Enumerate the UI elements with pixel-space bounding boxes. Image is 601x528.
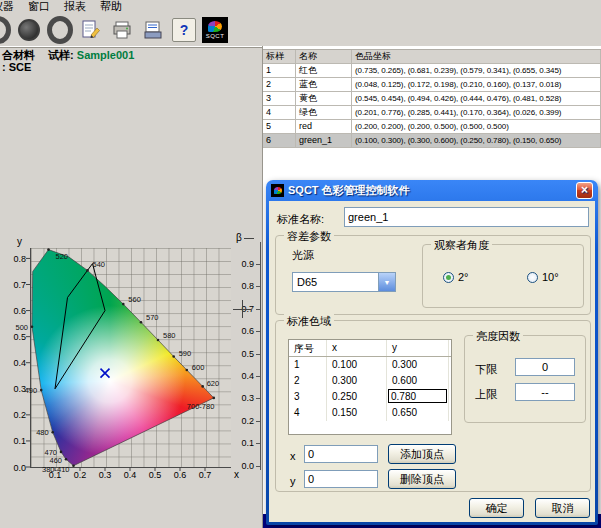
standard-id: 1 <box>263 64 296 77</box>
radio-unselected-icon <box>527 272 538 283</box>
gamut-header-index: 序号 <box>289 340 327 356</box>
standards-row[interactable]: 1红色(0.735, 0.265), (0.681, 0.239), (0.57… <box>263 64 601 78</box>
luminance-group-label: 亮度因数 <box>473 329 523 344</box>
beta-tick-label: 0.8 <box>230 281 254 291</box>
gamut-row[interactable]: 30.250 <box>289 389 451 405</box>
vertex-index[interactable]: 2 <box>289 373 327 389</box>
standard-id: 3 <box>263 92 296 105</box>
y-axis-title: y <box>17 236 22 247</box>
standard-name: 绿色 <box>296 106 352 119</box>
standard-id: 2 <box>263 78 296 91</box>
upper-limit-label: 上限 <box>475 387 497 402</box>
ok-button[interactable]: 确定 <box>469 498 524 518</box>
vertex-y[interactable]: 0.300 <box>387 357 449 373</box>
x-tick-label: 0.4 <box>124 470 137 480</box>
gamut-header-x: x <box>327 340 387 356</box>
dialog-titlebar[interactable]: SQCT 色彩管理控制软件 × <box>269 180 595 201</box>
gamut-row[interactable]: 10.1000.300 <box>289 357 451 373</box>
menu-window[interactable]: 窗口 <box>21 0 57 13</box>
chevron-down-icon[interactable]: ▼ <box>378 273 395 291</box>
delete-vertex-button[interactable]: 删除顶点 <box>388 469 456 489</box>
beta-tick-mark <box>256 443 260 444</box>
vertex-y[interactable]: 0.600 <box>387 373 449 389</box>
header-standard: 标样 <box>263 50 296 63</box>
plot-canvas[interactable] <box>30 248 231 468</box>
standard-coords: (0.735, 0.265), (0.681, 0.239), (0.579, … <box>352 64 601 77</box>
menu-instrument[interactable]: 仪器 <box>0 0 21 13</box>
menu-help[interactable]: 帮助 <box>93 0 129 13</box>
print-report-button[interactable] <box>140 17 166 43</box>
lower-limit-label: 下限 <box>475 362 497 377</box>
y-coordinate-input[interactable] <box>304 470 378 488</box>
gamut-table-header: 序号 x y <box>289 340 451 357</box>
standards-row[interactable]: 6green_1(0.100, 0.300), (0.300, 0.600), … <box>263 134 601 148</box>
observer-group-label: 观察者角度 <box>431 238 492 253</box>
close-icon[interactable]: × <box>576 182 593 199</box>
sample-label: 试样: <box>48 49 74 61</box>
beta-tick-label: 0.5 <box>230 349 254 359</box>
toolbar-partial-button[interactable] <box>0 17 11 43</box>
beta-tick-label: 0.9 <box>230 259 254 269</box>
vertex-y[interactable]: 0.650 <box>387 405 449 421</box>
crosshair-cursor <box>233 300 252 319</box>
vertex-index[interactable]: 3 <box>289 389 327 405</box>
vertex-x[interactable]: 0.250 <box>327 389 387 405</box>
printer-icon <box>111 19 133 41</box>
beta-tick-label: 0.4 <box>230 371 254 381</box>
cancel-button[interactable]: 取消 <box>535 498 590 518</box>
gamut-group-label: 标准色域 <box>284 314 334 329</box>
observer-10deg-radio[interactable]: 10° <box>527 271 559 283</box>
beta-tick-label: 0.6 <box>230 326 254 336</box>
light-source-combo[interactable]: D65 ▼ <box>292 272 396 292</box>
beta-tick-mark <box>256 466 260 467</box>
standards-row[interactable]: 4绿色(0.201, 0.776), (0.285, 0.441), (0.17… <box>263 106 601 120</box>
gamut-row[interactable]: 20.3000.600 <box>289 373 451 389</box>
vertex-edit-input[interactable] <box>388 389 447 403</box>
light-source-label: 光源 <box>292 248 314 263</box>
standard-id: 4 <box>263 106 296 119</box>
dialog-body: 标准名称: 容差参数 光源 D65 ▼ 观察者角度 2° <box>269 201 595 522</box>
observer-2deg-radio[interactable]: 2° <box>443 271 469 283</box>
calibrate-button[interactable] <box>47 17 73 43</box>
crosshair-v-icon <box>242 300 243 318</box>
standard-name-input[interactable] <box>344 207 589 227</box>
standards-row[interactable]: 2蓝色(0.048, 0.125), (0.172, 0.198), (0.21… <box>263 78 601 92</box>
standard-id: 5 <box>263 120 296 133</box>
x-tick-label: 0.1 <box>49 470 62 480</box>
help-button[interactable]: ? <box>171 17 197 43</box>
sqct-logo-text: SQCT <box>206 33 225 39</box>
standards-row[interactable]: 3黄色(0.545, 0.454), (0.494, 0.426), (0.44… <box>263 92 601 106</box>
vertex-x[interactable]: 0.100 <box>327 357 387 373</box>
add-vertex-button[interactable]: 添加顶点 <box>388 444 456 464</box>
standard-name: green_1 <box>296 134 352 147</box>
observer-2deg-label: 2° <box>458 271 469 283</box>
vertex-x[interactable]: 0.150 <box>327 405 387 421</box>
beta-tick-mark <box>256 421 260 422</box>
vertex-index[interactable]: 1 <box>289 357 327 373</box>
radio-selected-icon <box>443 272 454 283</box>
observer-angle-group: 观察者角度 2° 10° <box>422 244 584 308</box>
beta-tick-label: 0.0 <box>230 461 254 471</box>
upper-limit-input[interactable] <box>515 383 575 401</box>
header-name: 名称 <box>296 50 352 63</box>
menu-bar: 仪器 窗口 报表 帮助 <box>0 0 601 13</box>
vertex-x[interactable]: 0.300 <box>327 373 387 389</box>
print-button[interactable] <box>109 17 135 43</box>
beta-axis-line <box>260 242 261 470</box>
menu-report[interactable]: 报表 <box>57 0 93 13</box>
y-coordinate-label: y <box>290 475 296 487</box>
sqct-logo-icon: SQCT <box>202 17 228 43</box>
edit-standard-button[interactable] <box>78 17 104 43</box>
lower-limit-input[interactable] <box>515 358 575 376</box>
x-tick-label: 0.2 <box>74 470 87 480</box>
gamut-row[interactable]: 40.1500.650 <box>289 405 451 421</box>
y-tick-label: 0.1 <box>13 436 26 446</box>
gamut-group: 标准色域 序号 x y 10.1000.30020.3000.60030.250… <box>275 320 591 492</box>
vertex-index[interactable]: 4 <box>289 405 327 421</box>
x-coordinate-input[interactable] <box>304 445 378 463</box>
sqct-logo-button[interactable]: SQCT <box>202 17 228 43</box>
measure-button[interactable] <box>16 17 42 43</box>
y-axis-labels: 0.00.10.20.30.40.50.60.70.8 <box>4 248 26 467</box>
standards-row[interactable]: 5red(0.200, 0.200), (0.200, 0.500), (0.5… <box>263 120 601 134</box>
edit-document-icon <box>80 19 102 41</box>
